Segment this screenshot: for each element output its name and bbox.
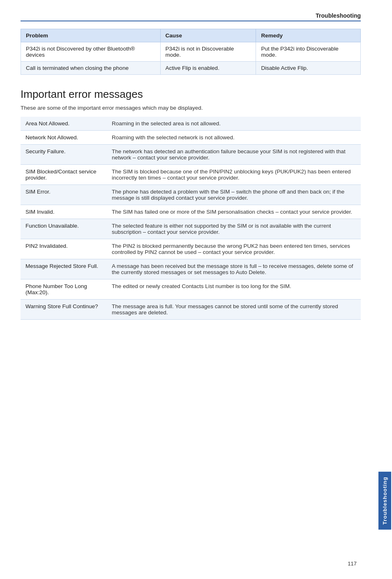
- error-desc-cell: Roaming with the selected network is not…: [107, 131, 361, 145]
- error-table: Area Not Allowed. Roaming in the selecte…: [21, 117, 361, 320]
- error-desc-cell: The phone has detected a problem with th…: [107, 185, 361, 205]
- error-row: Function Unavailable. The selected featu…: [21, 219, 361, 239]
- cause-cell: P342i is not in Discoverable mode.: [160, 42, 256, 62]
- table-row: Call is terminated when closing the phon…: [21, 62, 361, 75]
- col-cause: Cause: [160, 29, 256, 42]
- error-row: Phone Number Too Long (Max:20). The edit…: [21, 279, 361, 300]
- error-name-cell: Security Failure.: [21, 145, 107, 165]
- page-header: Troubleshooting: [21, 12, 361, 21]
- error-desc-cell: The SIM is blocked because one of the PI…: [107, 165, 361, 185]
- error-desc-cell: The selected feature is either not suppo…: [107, 219, 361, 239]
- error-row: Security Failure. The network has detect…: [21, 145, 361, 165]
- col-remedy: Remedy: [256, 29, 361, 42]
- error-desc-cell: The edited or newly created Contacts Lis…: [107, 279, 361, 300]
- remedy-cell: Disable Active Flip.: [256, 62, 361, 75]
- error-name-cell: Network Not Allowed.: [21, 131, 107, 145]
- error-row: SIM Invalid. The SIM has failed one or m…: [21, 205, 361, 219]
- error-name-cell: Phone Number Too Long (Max:20).: [21, 279, 107, 300]
- page-number: 117: [348, 561, 357, 567]
- error-row: SIM Error. The phone has detected a prob…: [21, 185, 361, 205]
- error-name-cell: Area Not Allowed.: [21, 117, 107, 131]
- error-desc-cell: The network has detected an authenticati…: [107, 145, 361, 165]
- right-tab-label: Troubleshooting: [378, 472, 391, 530]
- problem-cell: Call is terminated when closing the phon…: [21, 62, 161, 75]
- error-row: PIN2 Invalidated. The PIN2 is blocked pe…: [21, 239, 361, 259]
- right-sidebar-tab: Troubleshooting: [377, 0, 392, 579]
- error-name-cell: PIN2 Invalidated.: [21, 239, 107, 259]
- section-intro: These are some of the important error me…: [21, 105, 361, 111]
- section-heading: Important error messages: [21, 88, 361, 101]
- error-name-cell: Function Unavailable.: [21, 219, 107, 239]
- col-problem: Problem: [21, 29, 161, 42]
- error-row: Warning Store Full Continue? The message…: [21, 300, 361, 320]
- error-row: Network Not Allowed. Roaming with the se…: [21, 131, 361, 145]
- error-desc-cell: The message area is full. Your messages …: [107, 300, 361, 320]
- troubleshoot-table: Problem Cause Remedy P342i is not Discov…: [21, 29, 361, 75]
- error-desc-cell: The SIM has failed one or more of the SI…: [107, 205, 361, 219]
- error-name-cell: Message Rejected Store Full.: [21, 259, 107, 279]
- error-desc-cell: Roaming in the selected area is not allo…: [107, 117, 361, 131]
- problem-cell: P342i is not Discovered by other Bluetoo…: [21, 42, 161, 62]
- table-row: P342i is not Discovered by other Bluetoo…: [21, 42, 361, 62]
- error-desc-cell: The PIN2 is blocked permanently because …: [107, 239, 361, 259]
- error-name-cell: Warning Store Full Continue?: [21, 300, 107, 320]
- error-row: Message Rejected Store Full. A message h…: [21, 259, 361, 279]
- error-name-cell: SIM Invalid.: [21, 205, 107, 219]
- remedy-cell: Put the P342i into Discoverable mode.: [256, 42, 361, 62]
- error-name-cell: SIM Blocked/Contact service provider.: [21, 165, 107, 185]
- error-desc-cell: A message has been received but the mess…: [107, 259, 361, 279]
- error-row: Area Not Allowed. Roaming in the selecte…: [21, 117, 361, 131]
- error-name-cell: SIM Error.: [21, 185, 107, 205]
- error-row: SIM Blocked/Contact service provider. Th…: [21, 165, 361, 185]
- cause-cell: Active Flip is enabled.: [160, 62, 256, 75]
